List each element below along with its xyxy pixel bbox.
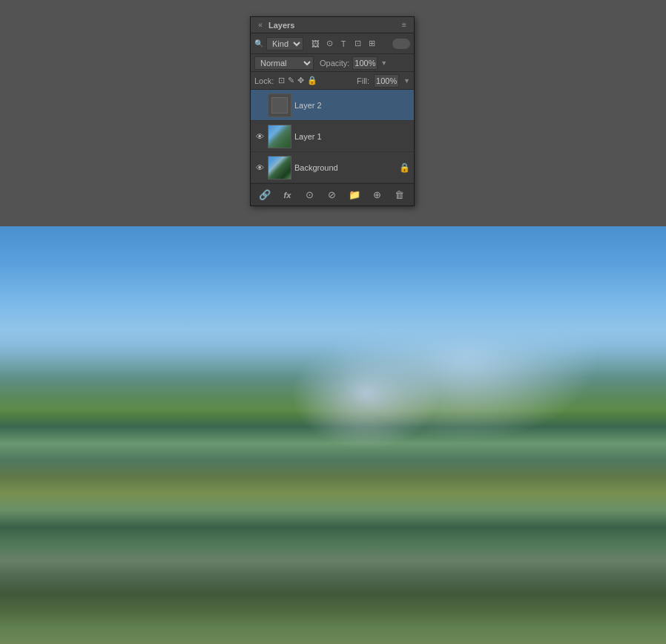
layer-lock-icon: 🔒 [399, 162, 410, 173]
add-mask-icon[interactable]: ⊙ [302, 187, 318, 203]
link-layers-icon[interactable]: 🔗 [257, 187, 273, 203]
filter-type-icon[interactable]: T [337, 38, 349, 50]
collapse-icon[interactable]: « [255, 20, 266, 30]
layer-thumbnail [268, 125, 291, 148]
layer-item[interactable]: 👁 Background 🔒 [251, 152, 414, 183]
layer-name: Layer 1 [294, 132, 410, 141]
delete-layer-icon[interactable]: 🗑 [392, 187, 408, 203]
layer-thumbnail [268, 93, 291, 117]
panel-title-bar-left: « Layers [255, 20, 294, 30]
layers-list: Layer 2 👁 Layer 1 👁 Background 🔒 [251, 90, 414, 183]
filter-shape-icon[interactable]: ⊡ [352, 38, 363, 50]
sky-overlay [0, 226, 666, 414]
layer-effects-icon[interactable]: fx [279, 187, 295, 203]
blank-thumb-inner [271, 97, 288, 114]
layer-visibility-toggle[interactable] [254, 100, 265, 111]
fill-input[interactable] [374, 74, 399, 88]
filter-adjustment-icon[interactable]: ⊙ [323, 38, 335, 50]
layers-panel: « Layers ≡ 🔍 Kind 🖼 ⊙ T ⊡ ⊞ Normal Multi… [250, 16, 415, 206]
layer-item[interactable]: 👁 Layer 1 [251, 121, 414, 152]
fill-label: Fill: [357, 76, 369, 85]
opacity-label: Opacity: [320, 59, 349, 68]
search-icon: 🔍 [254, 39, 263, 47]
fill-arrow[interactable]: ▼ [403, 77, 410, 85]
layer-visibility-toggle[interactable]: 👁 [254, 131, 265, 142]
lock-row: Lock: ⊡ ✎ ✥ 🔒 Fill: ▼ [251, 72, 414, 90]
adjustment-layer-icon[interactable]: ⊘ [324, 187, 340, 203]
new-layer-icon[interactable]: ⊕ [369, 187, 386, 203]
canvas-area [0, 226, 666, 644]
lock-position-icon[interactable]: ✥ [297, 76, 304, 85]
filter-smart-icon[interactable]: ⊞ [366, 38, 377, 50]
lock-all-icon[interactable]: 🔒 [307, 76, 317, 85]
lock-transparent-icon[interactable]: ⊡ [278, 76, 285, 85]
panel-menu-icon[interactable]: ≡ [399, 20, 409, 30]
filter-toggle[interactable] [392, 39, 410, 49]
filter-row: 🔍 Kind 🖼 ⊙ T ⊡ ⊞ [251, 33, 414, 54]
filter-icons-group: 🖼 ⊙ T ⊡ ⊞ [309, 38, 377, 50]
layer-name: Layer 2 [294, 101, 410, 110]
lock-label: Lock: [254, 76, 274, 85]
lock-image-icon[interactable]: ✎ [288, 76, 294, 85]
panel-title-bar: « Layers ≡ [251, 17, 414, 33]
layer-visibility-toggle[interactable]: 👁 [254, 162, 265, 173]
opacity-arrow[interactable]: ▼ [380, 59, 387, 67]
layer-item[interactable]: Layer 2 [251, 90, 414, 121]
canvas-background [0, 226, 666, 644]
panel-bottom-toolbar: 🔗 fx ⊙ ⊘ 📁 ⊕ 🗑 [251, 183, 414, 206]
filter-pixel-icon[interactable]: 🖼 [309, 38, 321, 50]
group-layers-icon[interactable]: 📁 [346, 187, 363, 203]
lock-icons-group: ⊡ ✎ ✥ 🔒 [278, 76, 317, 85]
blend-row: Normal Multiply Screen Overlay Opacity: … [251, 54, 414, 72]
kind-dropdown[interactable]: Kind [266, 37, 303, 50]
opacity-input[interactable] [352, 56, 377, 70]
layer-thumbnail [268, 156, 291, 180]
panel-title: Layers [268, 21, 294, 30]
layer-name: Background [294, 163, 396, 172]
blend-mode-dropdown[interactable]: Normal Multiply Screen Overlay [254, 56, 314, 70]
panel-controls: ≡ [399, 20, 409, 30]
